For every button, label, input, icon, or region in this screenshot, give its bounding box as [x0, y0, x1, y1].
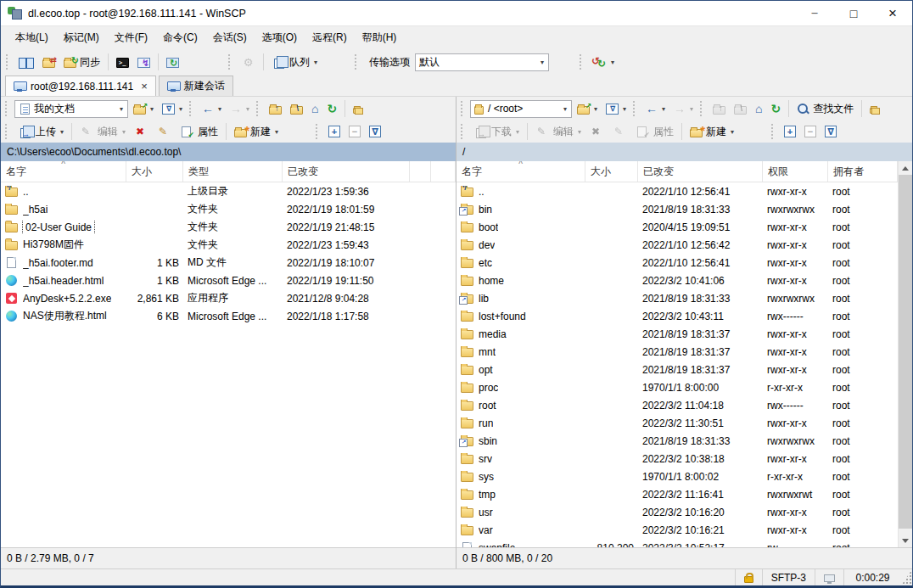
file-row[interactable]: Hi3798M固件文件夹2022/1/23 1:59:43 [1, 236, 456, 254]
remote-tree-button[interactable] [866, 98, 882, 119]
file-row[interactable]: etc2022/1/10 12:56:41rwxr-xr-xroot [456, 254, 898, 272]
remote-back-button[interactable]: ← [642, 98, 669, 119]
connection-cell[interactable] [815, 569, 843, 585]
tab-session[interactable]: root@192.168.111.141 × [5, 76, 156, 96]
maximize-button[interactable] [834, 1, 873, 25]
column-header-perm[interactable]: 权限 [763, 161, 828, 182]
sync-browsing-button[interactable] [39, 52, 59, 72]
remote-root-dir-button[interactable] [731, 98, 750, 119]
column-header-modified[interactable]: 已改变 [638, 161, 763, 182]
remote-delete-button[interactable] [586, 121, 608, 142]
file-row[interactable]: dev2022/1/10 12:56:42rwxr-xr-xroot [456, 236, 898, 254]
remote-properties-button[interactable]: 属性 [632, 121, 677, 142]
menu-item-files[interactable]: 文件(F) [107, 27, 155, 48]
local-path-bar[interactable]: C:\Users\ecoo\Documents\dl.ecoo.top\ [1, 143, 456, 161]
column-header-size[interactable]: 大小 [126, 161, 183, 182]
encryption-status-cell[interactable] [735, 569, 762, 585]
local-edit-button[interactable]: 编辑 [76, 121, 129, 142]
menu-item-local[interactable]: 本地(L) [8, 27, 56, 48]
file-row[interactable]: swapfile810,2002022/3/2 10:52:17rw------… [456, 539, 898, 547]
remote-refresh-button[interactable]: ↻ [768, 98, 785, 119]
local-drive-combo[interactable]: 我的文档 [14, 100, 128, 118]
file-row[interactable]: _h5ai文件夹2022/1/19 18:01:59 [1, 200, 456, 218]
menu-item-remote[interactable]: 远程(R) [305, 27, 355, 48]
console-button[interactable] [113, 52, 132, 72]
remote-path-bar[interactable]: / [456, 143, 912, 161]
remote-new-button[interactable]: 新建 [686, 121, 737, 142]
local-back-button[interactable]: ← [199, 98, 225, 119]
refresh-session-button[interactable] [163, 52, 182, 72]
file-row[interactable]: _h5ai.header.html1 KBMicrosoft Edge ...2… [1, 272, 456, 289]
column-header-modified[interactable]: 已改变 [283, 161, 410, 182]
file-row[interactable]: root2022/3/2 11:04:18rwx------root [456, 396, 898, 414]
file-row[interactable]: run2022/3/2 11:30:51rwxr-xr-xroot [456, 414, 898, 432]
local-select-button[interactable]: + [325, 121, 344, 142]
file-row[interactable]: lost+found2022/3/2 10:43:11rwx------root [456, 307, 898, 325]
download-button[interactable]: 下载 [470, 121, 523, 142]
file-row[interactable]: sbin2021/8/19 18:31:33rwxrwxrwxroot [456, 432, 898, 450]
tab-new-session[interactable]: 新建会话 [159, 76, 233, 96]
remote-forward-button[interactable]: → [670, 98, 697, 119]
file-row[interactable]: boot2020/4/15 19:09:51rwxr-xr-xroot [456, 218, 898, 236]
toggle-layout-button[interactable] [15, 52, 37, 72]
commands-button[interactable] [134, 52, 154, 72]
upload-button[interactable]: 上传 [14, 121, 67, 142]
local-rename-button[interactable] [154, 121, 175, 142]
close-button[interactable] [873, 1, 912, 25]
transfer-preset-combo[interactable]: 默认 [415, 53, 549, 71]
local-root-dir-button[interactable] [287, 98, 306, 119]
scroll-down-icon[interactable] [899, 534, 912, 547]
session-time-cell[interactable]: 0:00:29 [843, 569, 901, 585]
remote-invert-selection-button[interactable]: ∇ [821, 121, 840, 142]
local-filter-button[interactable] [159, 98, 186, 119]
minimize-button[interactable] [795, 1, 834, 25]
preferences-button[interactable] [238, 52, 259, 72]
menu-item-mark[interactable]: 标记(M) [56, 27, 107, 48]
file-row[interactable]: 02-User Guide文件夹2022/1/19 21:48:15 [1, 218, 456, 236]
local-forward-button[interactable]: → [227, 98, 253, 119]
remote-filter-button[interactable] [602, 98, 630, 119]
remote-rename-button[interactable] [609, 121, 630, 142]
local-home-button[interactable]: ⌂ [308, 98, 322, 119]
menu-item-commands[interactable]: 命令(C) [155, 27, 205, 48]
column-header-name[interactable]: 名字 [1, 161, 126, 182]
file-row[interactable]: AnyDesk+5.2.2.exe2,861 KB应用程序2021/12/8 9… [1, 289, 456, 307]
column-header-type[interactable]: 类型 [183, 161, 283, 182]
file-row[interactable]: opt2021/8/19 18:31:37rwxr-xr-xroot [456, 361, 898, 378]
local-unselect-button[interactable]: − [345, 121, 364, 142]
column-header-owner[interactable]: 拥有者 [828, 161, 898, 182]
vertical-scrollbar[interactable] [898, 161, 912, 547]
column-header-size[interactable]: 大小 [585, 161, 638, 182]
remote-select-button[interactable]: + [781, 121, 799, 142]
queue-button[interactable]: 队列 [268, 52, 321, 72]
remote-home-button[interactable]: ⌂ [752, 98, 765, 119]
local-refresh-button[interactable]: ↻ [324, 98, 341, 119]
local-properties-button[interactable]: 属性 [176, 121, 221, 142]
remote-edit-button[interactable]: 编辑 [532, 121, 585, 142]
tab-close-icon[interactable]: × [141, 80, 148, 92]
file-row[interactable]: srv2022/3/2 10:38:18rwxr-xr-xroot [456, 450, 898, 468]
local-tree-button[interactable] [350, 98, 365, 119]
protocol-cell[interactable]: SFTP-3 [762, 569, 815, 585]
local-invert-selection-button[interactable]: ∇ [366, 121, 384, 142]
column-header-name[interactable]: 名字 [456, 161, 585, 182]
file-row[interactable]: usr2022/3/2 10:16:20rwxr-xr-xroot [456, 503, 898, 521]
file-row[interactable]: bin2021/8/19 18:31:33rwxrwxrwxroot [456, 200, 898, 218]
local-parent-dir-button[interactable] [266, 98, 285, 119]
menu-item-session[interactable]: 会话(S) [205, 27, 255, 48]
menu-item-options[interactable]: 选项(O) [255, 27, 305, 48]
file-row[interactable]: ..上级目录2022/1/23 1:59:36 [1, 182, 456, 200]
local-new-button[interactable]: 新建 [231, 121, 282, 142]
remote-parent-dir-button[interactable] [709, 98, 729, 119]
find-files-button[interactable]: 查找文件 [793, 98, 857, 119]
remote-drive-combo[interactable]: / <root> [470, 100, 572, 118]
scroll-up-icon[interactable] [899, 161, 912, 175]
file-row[interactable]: _h5ai.footer.md1 KBMD 文件2022/1/19 18:10:… [1, 254, 456, 272]
file-row[interactable]: sys1970/1/1 8:00:02r-xr-xr-xroot [456, 468, 898, 485]
file-row[interactable]: media2021/8/19 18:31:37rwxr-xr-xroot [456, 325, 898, 343]
local-delete-button[interactable] [131, 121, 152, 142]
file-row[interactable]: NAS使用教程.html6 KBMicrosoft Edge ...2022/1… [1, 307, 456, 325]
remote-open-dir-button[interactable] [574, 98, 601, 119]
local-open-dir-button[interactable] [130, 98, 157, 119]
menu-item-help[interactable]: 帮助(H) [355, 27, 405, 48]
